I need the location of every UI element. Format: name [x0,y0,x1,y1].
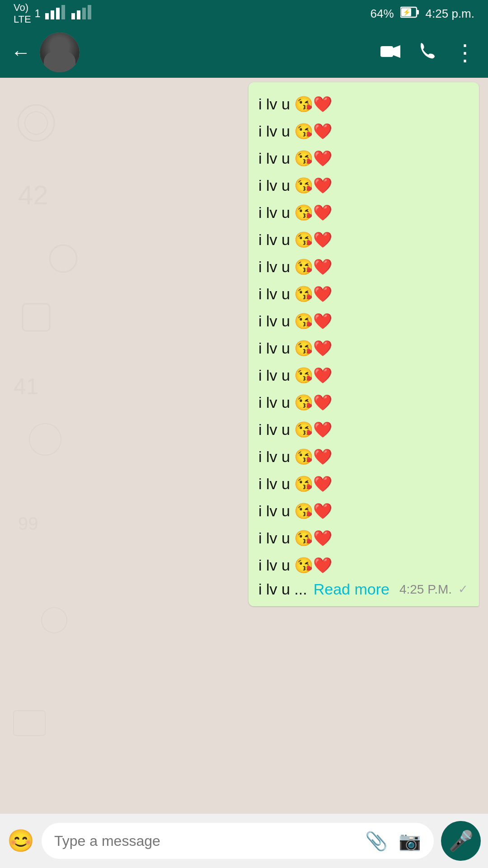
message-line-7: i lv u 😘❤️ [258,253,469,280]
svg-text:99: 99 [18,514,38,533]
message-prefix: i lv u ... [258,580,307,598]
emoji-button[interactable]: 😊 [7,828,34,854]
message-line-15: i lv u 😘❤️ [258,470,469,497]
svg-rect-3 [61,5,65,19]
svg-point-14 [18,105,54,141]
svg-point-15 [25,112,47,134]
more-options-button[interactable]: ⋮ [454,39,477,66]
signal-bars [44,5,67,22]
message-line-10: i lv u 😘❤️ [258,335,469,362]
chat-background-doodles: 42 41 99 [0,78,127,814]
message-tick-icon: ✓ [458,582,468,596]
svg-rect-7 [88,5,91,19]
time-display: 4:25 p.m. [426,7,474,21]
header-actions: ⋮ [380,39,477,66]
chat-header: ← ⋮ [0,27,488,78]
message-line-2: i lv u 😘❤️ [258,118,469,145]
message-line-3: i lv u 😘❤️ [258,145,469,172]
battery-percent: 64% [371,7,394,21]
video-call-button[interactable] [380,42,400,63]
message-line-6: i lv u 😘❤️ [258,226,469,253]
microphone-icon: 🎤 [449,829,474,853]
message-input[interactable] [54,833,358,849]
message-line-12: i lv u 😘❤️ [258,389,469,416]
back-button[interactable]: ← [11,41,31,64]
message-line-4: i lv u 😘❤️ [258,172,469,199]
svg-point-17 [50,245,77,272]
mic-button[interactable]: 🎤 [441,821,481,861]
svg-text:⚡: ⚡ [403,9,411,16]
camera-icon[interactable]: 📷 [399,830,421,852]
input-bar: 😊 📎 📷 🎤 [0,814,488,868]
sim-number: 1 [35,8,41,20]
attachment-icon[interactable]: 📎 [365,830,388,852]
input-action-icons: 📎 📷 [365,830,421,852]
signal-bars2 [70,5,93,22]
chat-area: 42 41 99 i lv u 😘❤️ i lv u 😘❤️ i lv u 😘❤… [0,78,488,814]
message-line-8: i lv u 😘❤️ [258,280,469,307]
message-line-9: i lv u 😘❤️ [258,307,469,335]
svg-text:41: 41 [14,374,39,399]
svg-text:42: 42 [18,180,48,210]
message-line-14: i lv u 😘❤️ [258,443,469,470]
message-line-5: i lv u 😘❤️ [258,199,469,226]
message-input-wrapper: 📎 📷 [42,823,434,859]
carrier-info: Vo)LTE 1 [14,2,93,25]
message-timestamp: 4:25 P.M. [399,582,452,597]
svg-rect-23 [14,711,45,736]
svg-point-20 [29,424,61,455]
battery-icon: ⚡ [400,6,419,22]
message-line-11: i lv u 😘❤️ [258,362,469,389]
message-line-16: i lv u 😘❤️ [258,497,469,524]
svg-rect-12 [380,46,393,57]
svg-marker-13 [393,45,400,58]
message-line-17: i lv u 😘❤️ [258,524,469,552]
svg-rect-2 [56,8,60,19]
svg-rect-18 [23,304,50,331]
contact-avatar[interactable] [40,33,80,72]
message-line-1: i lv u 😘❤️ [258,90,469,118]
svg-rect-0 [45,13,49,19]
message-line-13: i lv u 😘❤️ [258,416,469,443]
message-footer: i lv u ... Read more 4:25 P.M. ✓ [258,580,469,598]
voice-call-button[interactable] [418,42,436,63]
svg-rect-6 [82,8,86,19]
svg-rect-1 [51,10,54,19]
read-more-link[interactable]: Read more [314,580,389,598]
message-line-18: i lv u 😘❤️ [258,552,469,579]
svg-rect-5 [77,10,80,19]
message-bubble: i lv u 😘❤️ i lv u 😘❤️ i lv u 😘❤️ i lv u … [249,82,479,606]
svg-rect-4 [71,13,75,19]
svg-rect-9 [417,10,419,14]
svg-point-22 [42,608,67,633]
status-bar: Vo)LTE 1 64% ⚡ 4:25 p.m. [0,0,488,27]
carrier-text: Vo)LTE [14,2,31,25]
